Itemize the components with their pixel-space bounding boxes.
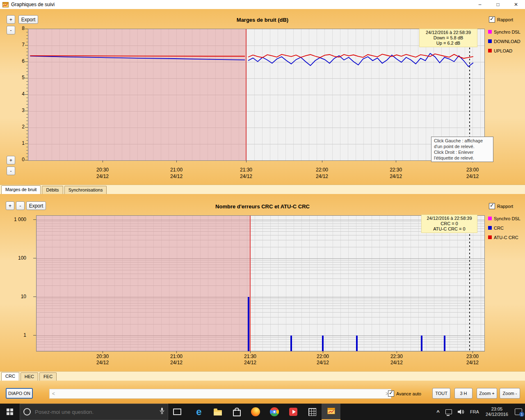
x-axis-date-label: 24/12 <box>90 173 115 179</box>
diapo-on-button[interactable]: DIAPO ON <box>6 388 33 399</box>
legend-item: CRC <box>488 223 524 233</box>
volume-tray-item[interactable] <box>455 404 467 420</box>
window-title: Graphiques de suivi <box>11 2 55 7</box>
help-line: l'étiquette de relevé. <box>434 155 491 161</box>
time-scrollbar[interactable]: < > <box>49 389 391 399</box>
network-tray-item[interactable] <box>443 404 455 420</box>
volume-icon <box>458 409 464 415</box>
x-axis-tick <box>176 351 177 353</box>
x-axis-time-label: 21:00 <box>164 167 189 173</box>
datapoint-crc: CRC = 0 <box>423 221 475 226</box>
x-axis-date-label: 24/12 <box>310 173 334 179</box>
datapoint-datetime: 24/12/2016 à 22:58:39 <box>421 30 475 35</box>
x-axis-time-label: 21:00 <box>164 354 189 359</box>
crc-chart-plot[interactable] <box>36 215 485 352</box>
y-axis-label: 10 <box>12 294 26 299</box>
y-axis-label: 7 <box>14 42 25 48</box>
crc-datapoint-label: 24/12/2016 à 22:58:39 CRC = 0 ATU-C CRC … <box>421 215 477 233</box>
media-player-icon <box>289 408 297 416</box>
avance-auto-checkbox[interactable] <box>388 390 394 397</box>
monitoring-app-icon <box>327 408 335 416</box>
file-explorer-icon <box>214 410 222 415</box>
task-view-icon <box>173 409 181 415</box>
crc-chart-title: Nombre d'erreurs CRC et ATU-C CRC <box>0 203 525 210</box>
zoom-minus-button[interactable]: Zoom - <box>500 388 520 399</box>
y-axis-label: 2 <box>14 124 25 130</box>
action-center[interactable]: 1 <box>512 404 525 420</box>
avance-auto-checkbox-row: Avance auto <box>388 390 421 397</box>
taskbar: e ^ <box>0 404 525 420</box>
y-axis-label: 1 <box>12 332 26 338</box>
x-axis-date-label: 24/12 <box>384 360 409 365</box>
language-indicator[interactable]: FRA <box>467 404 482 420</box>
tab-synchronisations[interactable]: Synchronisations <box>64 186 107 194</box>
y-axis-tick <box>25 144 28 144</box>
tab-marges-de-bruit[interactable]: Marges de bruit <box>1 185 41 194</box>
tab-crc[interactable]: CRC <box>1 372 19 381</box>
close-button[interactable]: ✕ <box>507 0 525 9</box>
clock[interactable]: 23:05 24/12/2016 <box>482 404 512 420</box>
taskbar-app-store[interactable] <box>227 404 246 420</box>
legend-swatch <box>488 217 492 220</box>
datapoint-down: Down = 5.8 dB <box>421 35 475 41</box>
legend-label: CRC <box>494 226 504 231</box>
task-view-button[interactable] <box>168 404 186 420</box>
taskbar-app-edge[interactable]: e <box>189 404 208 420</box>
x-axis-date-label: 24/12 <box>383 173 408 179</box>
x-axis-tick <box>103 351 103 353</box>
taskbar-app-chrome[interactable] <box>265 404 284 420</box>
hidden-icons-chevron[interactable]: ^ <box>434 404 443 420</box>
rapport-checkbox[interactable] <box>489 16 495 23</box>
noise-yzoom-out-button[interactable]: - <box>7 167 15 175</box>
download-line <box>30 56 245 60</box>
legend-label: UPLOAD <box>494 48 512 53</box>
y-axis-tick <box>33 297 36 297</box>
window-controls: – □ ✕ <box>471 0 525 9</box>
x-axis-tick <box>472 351 473 353</box>
legend-label: Synchro DSL <box>494 216 520 221</box>
legend-swatch <box>488 30 492 34</box>
y-axis-tick <box>25 62 28 62</box>
taskbar-app-grid[interactable] <box>303 404 322 420</box>
datapoint-datetime: 24/12/2016 à 22:58:39 <box>423 216 475 221</box>
legend-item: UPLOAD <box>488 46 524 55</box>
titlebar: Graphiques de suivi – □ ✕ <box>0 0 525 9</box>
tab-fec[interactable]: FEC <box>39 372 57 381</box>
minimize-button[interactable]: – <box>471 0 489 9</box>
taskbar-app-file-explorer[interactable] <box>208 404 227 420</box>
start-button[interactable] <box>0 404 20 420</box>
x-axis-time-label: 22:00 <box>310 167 334 173</box>
y-axis-label: 3 <box>14 107 25 113</box>
x-axis-date-label: 24/12 <box>90 360 115 365</box>
crc-bars <box>37 216 484 351</box>
taskbar-app-media[interactable] <box>284 404 303 420</box>
tab-hec[interactable]: HEC <box>21 372 38 381</box>
rapport-label: Rapport <box>497 204 513 209</box>
tout-button[interactable]: TOUT <box>432 388 450 399</box>
microphone-icon[interactable] <box>160 408 164 416</box>
search-input[interactable] <box>34 409 156 415</box>
help-tooltip: Click Gauche : affichage d'un point de r… <box>431 137 493 162</box>
3h-button[interactable]: 3 H <box>454 388 472 399</box>
taskbar-app-monitoring-active[interactable] <box>322 404 340 420</box>
rapport-checkbox[interactable] <box>489 203 495 209</box>
x-axis-tick <box>103 160 103 162</box>
legend-label: DOWNLOAD <box>494 39 520 44</box>
crc-rapport-checkbox-row: Rapport <box>489 203 513 209</box>
x-axis-tick <box>322 160 322 162</box>
scroll-left-arrow-icon[interactable]: < <box>52 391 55 397</box>
noise-chart-plot[interactable] <box>28 29 485 161</box>
x-axis-date-label: 24/12 <box>460 173 485 179</box>
tab-d-bits[interactable]: Débits <box>42 186 63 194</box>
x-axis-time-label: 21:30 <box>238 354 262 359</box>
datapoint-atuc-crc: ATU-C CRC = 0 <box>423 226 475 232</box>
maximize-button[interactable]: □ <box>489 0 507 9</box>
zoom-plus-button[interactable]: Zoom + <box>477 388 497 399</box>
x-axis-date-label: 24/12 <box>460 360 485 365</box>
taskbar-app-firefox[interactable] <box>246 404 265 420</box>
crc-tab-bar: CRCHECFEC <box>0 371 525 381</box>
rapport-label: Rapport <box>497 17 513 22</box>
taskbar-search[interactable] <box>20 404 168 420</box>
x-axis-time-label: 22:00 <box>310 354 335 359</box>
x-axis-time-label: 23:00 <box>460 167 485 173</box>
